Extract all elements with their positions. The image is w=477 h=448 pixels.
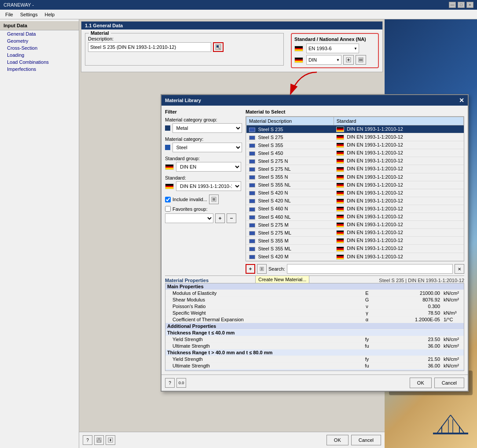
thickness-range-3-label: Thickness Range t > 80.0 mm and t ≤ 100.…: [165, 369, 464, 371]
favorites-del-btn[interactable]: [227, 213, 236, 223]
material-row[interactable]: Steel S 355 DIN EN 1993-1-1:2010-12: [246, 141, 464, 149]
yield-1-sym: fy: [363, 336, 371, 343]
general-data-panel: 1.1 General Data Material Description:: [81, 21, 383, 72]
material-row[interactable]: Steel S 275 M DIN EN 1993-1-1:2010-12: [246, 221, 464, 229]
material-row[interactable]: Steel S 450 DIN EN 1993-1-1:2010-12: [246, 149, 464, 157]
close-btn[interactable]: ×: [466, 2, 473, 8]
menu-settings[interactable]: Settings: [17, 11, 41, 18]
material-row[interactable]: Steel S 460 NL DIN EN 1993-1-1:2010-12: [246, 213, 464, 221]
material-row[interactable]: Steel S 420 NL DIN EN 1993-1-1:2010-12: [246, 197, 464, 205]
material-standard: DIN EN 1993-1-1:2010-12: [334, 181, 463, 189]
material-row[interactable]: Steel S 275 ML DIN EN 1993-1-1:2010-12: [246, 229, 464, 237]
include-invalid-checkbox[interactable]: [165, 197, 171, 202]
material-section: Material Description:: [85, 33, 284, 66]
dialog-close-btn[interactable]: ✕: [459, 97, 464, 104]
bridge-logo: [433, 413, 468, 439]
help-btn[interactable]: ?: [165, 378, 175, 388]
std-group-select[interactable]: DIN EN: [176, 162, 241, 172]
main-save-btn[interactable]: [94, 435, 104, 445]
material-row[interactable]: Steel S 235 DIN EN 1993-1-1:2010-12: [246, 125, 464, 133]
favorites-add-btn[interactable]: [215, 213, 225, 223]
minimize-btn[interactable]: —: [449, 2, 456, 8]
favorites-select[interactable]: [165, 213, 213, 223]
favorites-checkbox[interactable]: [165, 206, 171, 212]
sidebar-item-general-data[interactable]: General Data: [0, 30, 79, 37]
additional-props-label: Additional Properties: [165, 323, 464, 330]
material-row[interactable]: Steel S 355 NL DIN EN 1993-1-1:2010-12: [246, 181, 464, 189]
create-new-tooltip: Create New Material...: [255, 275, 309, 283]
material-properties-section: Material Properties Steel S 235 | DIN EN…: [165, 275, 464, 371]
std-group-flag: [165, 164, 174, 170]
sidebar-item-cross-section[interactable]: Cross-Section: [0, 44, 79, 51]
ult-2-value: 36.00: [371, 363, 442, 369]
search-input[interactable]: [287, 264, 453, 274]
thermal-sym: α: [363, 316, 371, 323]
create-new-btn[interactable]: Create New Material...: [246, 264, 255, 274]
edit-mat-btn[interactable]: [257, 264, 267, 274]
shear-sym: G: [363, 297, 371, 303]
main-footer-right: OK Cancel: [327, 435, 381, 445]
material-table-container[interactable]: Material Description Standard Steel S 23…: [246, 116, 464, 261]
maximize-btn[interactable]: □: [458, 2, 465, 8]
sidebar-item-load-combinations[interactable]: Load Combinations: [0, 59, 79, 66]
main-ok-btn[interactable]: OK: [327, 435, 349, 445]
dialog-title: Material Library ✕: [161, 95, 468, 106]
thermal-row: Coefficient of Thermal Expansion α 1.200…: [165, 316, 464, 323]
standard-filter-row: DIN EN 1993-1-1:2010-12: [165, 181, 242, 191]
material-row[interactable]: Steel S 355 M DIN EN 1993-1-1:2010-12: [246, 237, 464, 245]
yield-2-label: Yield Strength: [165, 356, 363, 363]
main-export-btn[interactable]: [106, 435, 115, 445]
zero-btn[interactable]: 0.0: [176, 378, 186, 388]
modulus-unit: kN/cm²: [442, 290, 464, 297]
material-row[interactable]: Steel S 275 NL DIN EN 1993-1-1:2010-12: [246, 165, 464, 173]
material-row[interactable]: Steel S 355 N DIN EN 1993-1-1:2010-12: [246, 173, 464, 181]
standard-filter-select[interactable]: DIN EN 1993-1-1:2010-12: [176, 181, 241, 191]
props-scroll[interactable]: Main Properties Modulus of Elasticity E …: [165, 283, 464, 371]
thermal-unit: 1/°C: [442, 316, 464, 323]
material-row[interactable]: Steel S 275 DIN EN 1993-1-1:2010-12: [246, 133, 464, 141]
description-input[interactable]: [88, 42, 211, 52]
thickness-range-2-label: Thickness Range t > 40.0 mm and t ≤ 80.0…: [165, 349, 464, 356]
material-to-select-title: Material to Select: [246, 109, 464, 114]
material-standard: DIN EN 1993-1-1:2010-12: [334, 261, 463, 261]
annex-select-wrapper: DIN: [306, 55, 341, 65]
material-row[interactable]: Steel S 420 M DIN EN 1993-1-1:2010-12: [246, 261, 464, 261]
category-field: Material category: Steel: [165, 136, 242, 152]
dialog-ok-btn[interactable]: OK: [410, 378, 432, 388]
menu-help[interactable]: Help: [41, 11, 58, 18]
material-standard: DIN EN 1993-1-1:2010-12: [334, 221, 463, 229]
annex-select[interactable]: DIN: [306, 55, 341, 65]
yield-2-sym: fy: [363, 356, 371, 363]
annex-btn2[interactable]: [356, 55, 366, 65]
material-row[interactable]: Steel S 355 ML DIN EN 1993-1-1:2010-12: [246, 245, 464, 253]
modulus-value: 21000.00: [371, 290, 442, 297]
category-label: Material category:: [165, 136, 242, 142]
browse-button[interactable]: [213, 42, 224, 52]
material-row[interactable]: Steel S 420 M DIN EN 1993-1-1:2010-12: [246, 253, 464, 261]
category-select[interactable]: Steel: [172, 143, 242, 152]
std-group-field: Standard group: DIN EN: [165, 156, 242, 172]
flag-icon-2: [294, 57, 303, 63]
search-clear-btn[interactable]: ✕: [455, 264, 464, 274]
sidebar-header: Input Data: [0, 21, 79, 30]
material-standard: DIN EN 1993-1-1:2010-12: [334, 125, 463, 133]
standard-select[interactable]: EN 1993-6: [306, 44, 359, 53]
menu-file[interactable]: File: [2, 11, 17, 18]
yield-1-value: 23.50: [371, 336, 442, 343]
include-invalid-btn[interactable]: [209, 195, 219, 204]
annex-btn1[interactable]: [343, 55, 354, 65]
material-row[interactable]: Steel S 275 N DIN EN 1993-1-1:2010-12: [246, 157, 464, 165]
material-name: Steel S 420 M: [246, 261, 334, 261]
material-row[interactable]: Steel S 420 N DIN EN 1993-1-1:2010-12: [246, 189, 464, 197]
main-cancel-btn[interactable]: Cancel: [351, 435, 381, 445]
material-row[interactable]: Steel S 460 N DIN EN 1993-1-1:2010-12: [246, 205, 464, 213]
material-name: Steel S 420 N: [246, 189, 334, 197]
category-group-select[interactable]: Metal: [172, 123, 242, 133]
sidebar-item-loading[interactable]: Loading: [0, 51, 79, 59]
weight-sym: γ: [363, 310, 371, 316]
dialog-cancel-btn[interactable]: Cancel: [434, 378, 464, 388]
sidebar-item-geometry[interactable]: Geometry: [0, 37, 79, 44]
thickness-range-3: Thickness Range t > 80.0 mm and t ≤ 100.…: [165, 369, 464, 371]
main-help-btn[interactable]: ?: [83, 435, 92, 445]
sidebar-item-imperfections[interactable]: Imperfections: [0, 66, 79, 73]
